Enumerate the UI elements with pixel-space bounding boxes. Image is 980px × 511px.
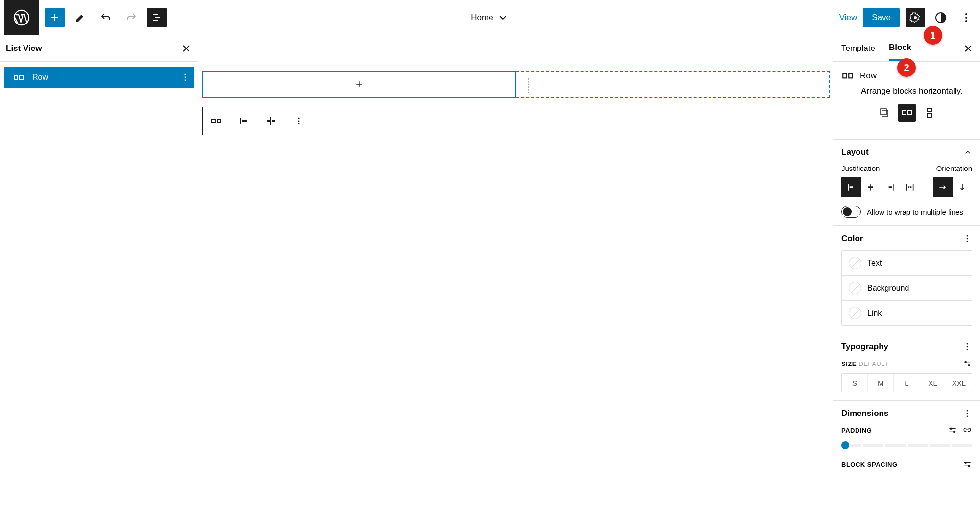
size-m-button[interactable]: M	[868, 374, 894, 392]
svg-point-25	[967, 238, 968, 240]
plus-icon	[354, 79, 364, 89]
listview-item-options[interactable]	[180, 73, 190, 82]
color-item-label: Link	[867, 309, 882, 317]
svg-point-14	[298, 121, 299, 122]
block-options-button[interactable]	[285, 107, 313, 135]
justification-label: Justification	[841, 164, 880, 172]
padding-custom-toggle[interactable]	[948, 425, 957, 435]
color-item-label: Background	[867, 284, 909, 292]
svg-rect-20	[903, 111, 906, 115]
wrap-toggle[interactable]	[841, 206, 861, 218]
custom-size-toggle[interactable]	[962, 359, 972, 368]
justify-center-button[interactable]	[861, 177, 881, 197]
svg-point-28	[967, 346, 968, 348]
svg-point-30	[965, 361, 966, 363]
orientation-vertical-button[interactable]	[953, 177, 972, 197]
svg-point-31	[968, 365, 970, 366]
row-column-1[interactable]	[202, 71, 516, 98]
redo-button[interactable]	[122, 8, 141, 27]
svg-rect-18	[882, 110, 888, 116]
svg-point-36	[954, 431, 955, 433]
svg-rect-23	[927, 114, 932, 117]
orientation-label: Orientation	[936, 164, 972, 172]
svg-point-37	[965, 462, 966, 463]
svg-point-38	[968, 465, 970, 467]
color-text-button[interactable]: Text	[842, 251, 972, 276]
padding-slider[interactable]	[841, 444, 972, 447]
undo-button[interactable]	[96, 8, 116, 27]
svg-point-27	[967, 343, 968, 345]
block-name: Row	[860, 71, 877, 81]
tab-template[interactable]: Template	[841, 35, 875, 61]
listview-toggle-button[interactable]	[147, 8, 167, 27]
listview-title: List View	[6, 44, 42, 53]
chevron-down-icon	[497, 12, 509, 24]
slider-handle[interactable]	[841, 441, 849, 449]
variant-stack-button[interactable]	[921, 104, 938, 122]
justify-left-button[interactable]	[230, 107, 258, 135]
row-block[interactable]	[202, 71, 830, 98]
svg-point-33	[967, 413, 968, 414]
svg-rect-7	[20, 75, 23, 79]
svg-rect-17	[849, 74, 853, 78]
typography-options-menu[interactable]	[962, 342, 972, 352]
block-type-button[interactable]	[203, 107, 230, 135]
svg-rect-22	[927, 108, 932, 112]
editor-canvas	[198, 35, 833, 511]
none-swatch-icon	[849, 307, 861, 319]
view-link[interactable]: View	[839, 13, 858, 23]
size-l-button[interactable]: L	[894, 374, 920, 392]
chevron-up-icon[interactable]	[963, 148, 972, 157]
size-default-label: DEFAULT	[858, 360, 888, 367]
size-xl-button[interactable]: XL	[920, 374, 946, 392]
row-icon	[13, 72, 24, 83]
svg-point-24	[967, 235, 968, 237]
row-column-2[interactable]	[516, 71, 830, 98]
listview-item-row[interactable]: Row	[4, 67, 194, 88]
dimensions-section-title: Dimensions	[841, 409, 888, 418]
page-title: Home	[471, 13, 493, 23]
add-block-button[interactable]	[45, 8, 65, 27]
color-link-button[interactable]: Link	[842, 301, 972, 325]
close-listview-button[interactable]	[180, 43, 192, 54]
close-settings-button[interactable]	[962, 43, 974, 54]
size-s-button[interactable]: S	[842, 374, 868, 392]
color-options-menu[interactable]	[962, 234, 972, 243]
justify-right-button[interactable]	[881, 177, 900, 197]
dimensions-options-menu[interactable]	[962, 409, 972, 418]
orientation-horizontal-button[interactable]	[933, 177, 953, 197]
svg-rect-19	[881, 109, 886, 115]
block-description: Arrange blocks horizontally.	[841, 86, 972, 96]
page-title-dropdown[interactable]: Home	[471, 12, 509, 24]
tab-block[interactable]: Block	[889, 35, 911, 61]
block-spacing-custom-toggle[interactable]	[962, 460, 972, 469]
annotation-1: 1	[924, 26, 942, 45]
save-button[interactable]: Save	[863, 8, 900, 27]
none-swatch-icon	[849, 282, 861, 294]
wordpress-logo[interactable]	[4, 0, 39, 35]
variant-row-button[interactable]	[898, 104, 916, 122]
padding-link-toggle[interactable]	[962, 425, 972, 435]
justify-space-between-button[interactable]	[900, 177, 920, 197]
svg-point-15	[298, 123, 299, 124]
top-toolbar: Home View Save	[0, 0, 980, 35]
align-button[interactable]	[258, 107, 285, 135]
settings-gear-button[interactable]	[906, 8, 925, 27]
size-xxl-button[interactable]: XXL	[946, 374, 972, 392]
svg-point-26	[967, 241, 968, 242]
svg-point-3	[965, 13, 967, 15]
more-options-button[interactable]	[956, 8, 976, 27]
color-item-label: Text	[867, 259, 882, 268]
block-spacing-label: BLOCK SPACING	[841, 461, 898, 468]
svg-point-34	[967, 415, 968, 417]
svg-point-9	[185, 77, 186, 78]
color-background-button[interactable]: Background	[842, 276, 972, 301]
edit-tool-button[interactable]	[71, 8, 90, 27]
variant-group-button[interactable]	[876, 104, 893, 122]
settings-panel: Template Block Row Arrange blocks horizo…	[833, 35, 980, 511]
layout-section-title: Layout	[841, 147, 869, 157]
justify-left-button[interactable]	[841, 177, 861, 197]
svg-point-13	[298, 118, 299, 119]
svg-point-8	[185, 74, 186, 75]
styles-toggle-button[interactable]	[931, 8, 951, 27]
